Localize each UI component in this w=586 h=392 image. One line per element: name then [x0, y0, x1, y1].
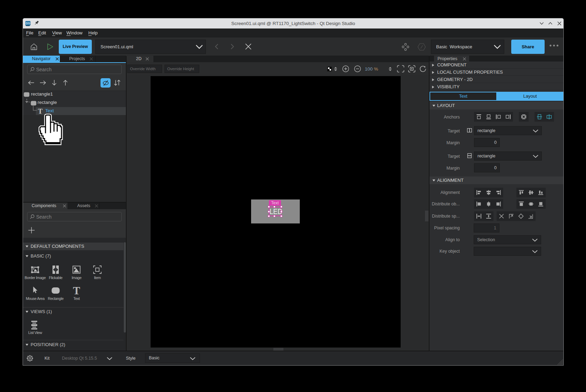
svg-text:T: T: [73, 285, 80, 297]
svg-text:DS: DS: [26, 22, 30, 25]
